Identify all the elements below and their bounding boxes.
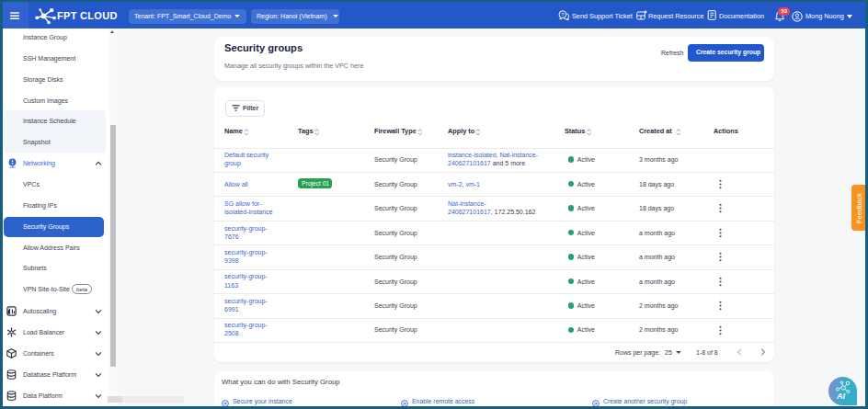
svg-text:AI: AI	[836, 392, 845, 401]
svg-text:?: ?	[561, 11, 564, 17]
